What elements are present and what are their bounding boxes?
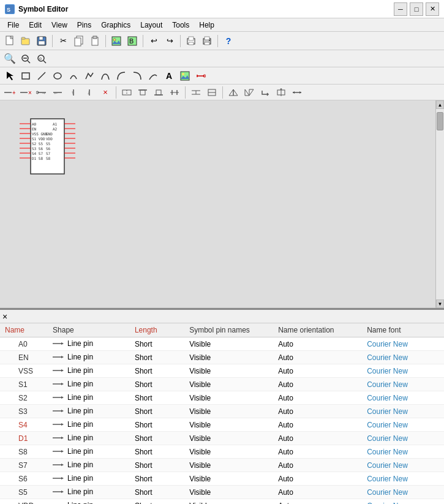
arc-tool[interactable] <box>66 69 81 83</box>
menu-layout[interactable]: Layout <box>135 20 167 31</box>
pin-copy[interactable] <box>189 85 203 100</box>
v-scroll-up[interactable]: ▲ <box>436 100 444 109</box>
drawing-area[interactable]: A0 EN VSS GND S1 VDD S2 S5 S3 S6 S4 S7 D… <box>0 100 435 308</box>
curveR-tool[interactable] <box>130 69 145 83</box>
svg-rect-13 <box>93 36 97 39</box>
zoom-in-button[interactable]: 🔍 <box>2 51 17 66</box>
table-row[interactable]: S4 Line pin Short Visible Auto Courier N… <box>0 418 444 432</box>
v-scroll-track[interactable] <box>436 109 444 299</box>
table-row[interactable]: S1 Line pin Short Visible Auto Courier N… <box>0 378 444 391</box>
new-button[interactable] <box>2 34 17 48</box>
svg-rect-20 <box>189 42 194 45</box>
table-row[interactable]: S7 Line pin Short Visible Auto Courier N… <box>0 459 444 472</box>
line-tool[interactable] <box>34 69 49 83</box>
table-row[interactable]: S5 Line pin Short Visible Auto Courier N… <box>0 486 444 499</box>
help-button[interactable]: ? <box>221 34 236 48</box>
save-button[interactable] <box>34 34 49 48</box>
pin-orient1[interactable]: → <box>34 85 49 100</box>
ellipse-tool[interactable] <box>50 69 65 83</box>
print-button[interactable] <box>200 34 214 48</box>
svg-marker-31 <box>7 72 13 80</box>
svg-marker-128 <box>61 477 64 480</box>
menu-help[interactable]: Help <box>194 20 219 31</box>
zoom-fit-button[interactable]: o <box>34 51 49 66</box>
cell-pin-names: Visible <box>184 486 273 499</box>
pin-move[interactable] <box>274 85 288 100</box>
cut-button[interactable]: ✂ <box>56 34 70 48</box>
bezier-tool[interactable] <box>98 69 113 83</box>
print-preview-button[interactable] <box>184 34 198 48</box>
svg-marker-122 <box>61 437 64 439</box>
table-row[interactable]: S2 Line pin Short Visible Auto Courier N… <box>0 391 444 405</box>
svg-text:VSS GND: VSS GND <box>32 132 48 136</box>
copy-button[interactable] <box>72 34 86 48</box>
select-tool[interactable] <box>2 69 17 83</box>
pin-delete[interactable]: × <box>18 85 33 100</box>
menu-pins[interactable]: Pins <box>72 20 96 31</box>
svg-marker-126 <box>61 464 64 466</box>
pin-mirror1[interactable] <box>226 85 241 100</box>
svg-marker-68 <box>233 89 238 96</box>
open-button[interactable] <box>18 34 33 48</box>
menu-edit[interactable]: Edit <box>24 20 47 31</box>
pin-orient3[interactable]: ↑ <box>66 85 81 100</box>
paste-button[interactable] <box>88 34 102 48</box>
menu-tools[interactable]: Tools <box>167 20 194 31</box>
title-bar: S Symbol Editor ─ □ ✕ <box>0 0 444 18</box>
table-header: Name Shape Length Symbol pin names Name … <box>0 323 444 337</box>
curveL-tool[interactable] <box>114 69 129 83</box>
main-content: A0 EN VSS GND S1 VDD S2 S5 S3 S6 S4 S7 D… <box>0 100 444 504</box>
close-button[interactable]: ✕ <box>426 2 439 16</box>
pin-add[interactable]: + <box>2 85 17 100</box>
menu-view[interactable]: View <box>47 20 72 31</box>
cell-orientation: Auto <box>273 459 362 472</box>
pin-align2[interactable] <box>135 85 150 100</box>
pin-spacing[interactable] <box>167 85 182 100</box>
v-scrollbar: ▲ ▼ <box>435 100 444 308</box>
table-row[interactable]: D1 Line pin Short Visible Auto Courier N… <box>0 432 444 445</box>
minimize-button[interactable]: ─ <box>394 2 407 16</box>
pin-rotate[interactable] <box>258 85 273 100</box>
cell-name: S8 <box>0 445 48 459</box>
cell-length: Short <box>130 445 184 459</box>
pin-table[interactable]: Name Shape Length Symbol pin names Name … <box>0 323 444 504</box>
pin-orient2[interactable]: ← <box>50 85 65 100</box>
maximize-button[interactable]: □ <box>410 2 423 16</box>
redo-button[interactable]: ↪ <box>162 34 177 48</box>
rect-tool[interactable] <box>18 69 33 83</box>
cell-pin-names: Visible <box>184 472 273 486</box>
zoom-out-button[interactable] <box>18 51 33 66</box>
image-button2[interactable]: B <box>125 34 140 48</box>
panel-close-btn[interactable]: × <box>2 312 7 322</box>
svg-rect-8 <box>39 37 43 40</box>
polyline-tool[interactable] <box>82 69 97 83</box>
pin-orient4[interactable]: ↓ <box>82 85 97 100</box>
table-row[interactable]: VDD Line pin Short Visible Auto Courier … <box>0 499 444 505</box>
pin-close[interactable]: × <box>98 85 113 100</box>
image-button1[interactable] <box>109 34 124 48</box>
text-tool[interactable]: A <box>162 69 176 83</box>
cell-orientation: Auto <box>273 432 362 445</box>
image-tool[interactable] <box>178 69 192 83</box>
pin-align3[interactable] <box>151 85 166 100</box>
cell-pin-names: Visible <box>184 418 273 432</box>
table-row[interactable]: A0 Line pin Short Visible Auto Courier N… <box>0 337 444 351</box>
undo-button[interactable]: ↩ <box>146 34 161 48</box>
pin-paste[interactable] <box>205 85 219 100</box>
pin-align1[interactable] <box>119 85 134 100</box>
table-row[interactable]: VSS Line pin Short Visible Auto Courier … <box>0 364 444 378</box>
pin-mirror2[interactable] <box>242 85 257 100</box>
table-row[interactable]: EN Line pin Short Visible Auto Courier N… <box>0 351 444 364</box>
cell-font: Courier New <box>362 432 444 445</box>
v-scroll-down[interactable]: ▼ <box>436 299 444 308</box>
table-row[interactable]: S6 Line pin Short Visible Auto Courier N… <box>0 472 444 486</box>
pin-resize[interactable] <box>290 85 304 100</box>
cell-length: Short <box>130 391 184 405</box>
menu-graphics[interactable]: Graphics <box>96 20 135 31</box>
cell-name: S5 <box>0 486 48 499</box>
table-row[interactable]: S8 Line pin Short Visible Auto Courier N… <box>0 445 444 459</box>
pin-tool[interactable] <box>194 69 208 83</box>
curveS-tool[interactable] <box>146 69 160 83</box>
menu-file[interactable]: File <box>2 20 24 31</box>
table-row[interactable]: S3 Line pin Short Visible Auto Courier N… <box>0 405 444 418</box>
